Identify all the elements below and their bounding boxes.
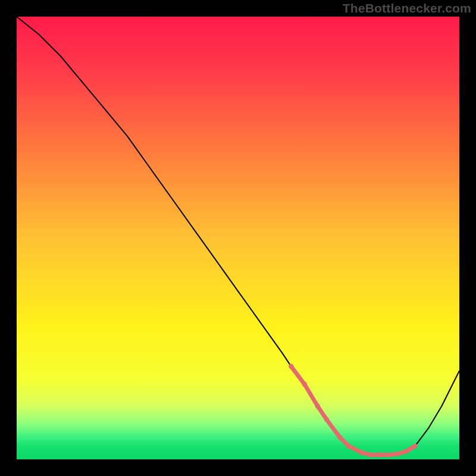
highlight-marker [337, 435, 342, 440]
highlight-marker [368, 452, 373, 457]
plot-area [17, 17, 459, 459]
chart-svg [17, 17, 459, 459]
highlight-marker [289, 364, 293, 369]
highlight-marker [346, 444, 351, 449]
chart-stage: TheBottlenecker.com [0, 0, 476, 476]
highlight-marker [386, 452, 391, 457]
highlight-marker [412, 444, 417, 449]
highlight-marker [359, 450, 364, 455]
highlight-marker [302, 381, 306, 386]
highlight-marker [395, 452, 400, 456]
highlight-marker [315, 404, 320, 409]
highlight-marker [377, 452, 382, 457]
highlight-marker [404, 449, 409, 453]
highlight-marker [324, 417, 329, 422]
attribution-label: TheBottlenecker.com [343, 1, 471, 15]
